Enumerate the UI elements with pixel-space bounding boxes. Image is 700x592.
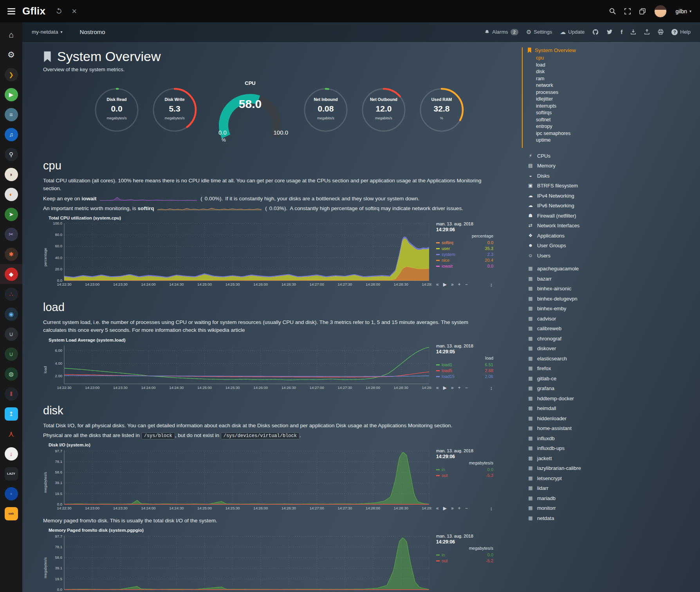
iowait-sparkline[interactable] [99, 196, 197, 201]
sidebar-subitem[interactable]: softirqs [536, 110, 620, 117]
zoom-in-button[interactable]: + [458, 385, 461, 391]
sidebar-app-item[interactable]: lidarr [527, 483, 620, 493]
sidebar-app-item[interactable]: firefox [527, 363, 620, 374]
sidebar-section-item[interactable]: ⚡ CPUs [527, 151, 620, 161]
sidebar-subitem[interactable]: cpu [536, 55, 620, 62]
legend-entry[interactable]: system 2.3 [436, 252, 493, 257]
pan-right-button[interactable]: » [451, 385, 454, 391]
sidebar-subitem[interactable]: processes [536, 89, 620, 96]
sidebar-subitem[interactable]: interrupts [536, 103, 620, 110]
sidebar-app-item[interactable]: sab [0, 504, 22, 524]
sidebar-section-item[interactable]: ▣ BTRFS filesystem [527, 181, 620, 191]
pan-right-button[interactable]: » [451, 282, 454, 288]
sidebar-app-item[interactable]: ◗ [0, 164, 22, 184]
sidebar-subitem[interactable]: entropy [536, 123, 620, 130]
close-tab-button[interactable]: × [72, 7, 77, 16]
legend-entry[interactable]: out -5.3 [436, 473, 493, 479]
import-button[interactable] [630, 29, 636, 35]
sidebar-app-item[interactable]: ▶ [0, 85, 22, 104]
refresh-tab-button[interactable] [56, 8, 62, 14]
sidebar-app-item[interactable]: ◉ [0, 304, 22, 324]
zoom-out-button[interactable]: − [465, 506, 468, 511]
net-outbound-gauge[interactable]: Net Outbound 12.0 megabits/s [360, 86, 407, 133]
sidebar-app-item[interactable]: ⚙ [0, 45, 22, 65]
sidebar-app-item[interactable]: binhex-airsonic [527, 284, 620, 294]
hamburger-menu-icon[interactable] [0, 0, 22, 22]
sidebar-section-item[interactable]: ⇄ Network Interfaces [527, 221, 620, 231]
sidebar-subitem[interactable]: uptime [536, 137, 620, 144]
disk-write-gauge[interactable]: Disk Write 5.3 megabytes/s [151, 86, 198, 133]
sidebar-app-item[interactable]: hiddenloader [527, 414, 620, 424]
play-button[interactable]: ▶ [443, 282, 447, 288]
sidebar-app-item[interactable]: ‖ [0, 384, 22, 404]
sidebar-section-item[interactable]: ☁ IPv6 Networking [527, 201, 620, 211]
server-dropdown[interactable]: my-netdata ▾ [32, 29, 63, 35]
legend-entry[interactable]: softirq 0.0 [436, 240, 493, 246]
sidebar-app-item[interactable]: apacheguacamole [527, 264, 620, 274]
sidebar-app-item[interactable]: ↥ [0, 404, 22, 424]
zoom-out-button[interactable]: − [465, 385, 468, 391]
help-button[interactable]: ? Help [671, 29, 691, 35]
sidebar-app-item[interactable]: chronograf [527, 334, 620, 344]
sidebar-section-item[interactable]: ▤ Memory [527, 161, 620, 171]
zoom-in-button[interactable]: + [458, 506, 461, 511]
sidebar-app-item[interactable]: ⋏ [0, 424, 22, 444]
sidebar-app-item[interactable]: ⚲ [0, 144, 22, 164]
sidebar-app-item[interactable]: diskover [527, 344, 620, 354]
pan-right-button[interactable]: » [451, 506, 454, 511]
sidebar-section-item[interactable]: ☺ Users [527, 251, 620, 261]
sidebar-subitem[interactable]: ram [536, 76, 620, 83]
sidebar-subitem[interactable]: disk [536, 68, 620, 76]
github-button[interactable] [592, 29, 599, 35]
sidebar-subitem[interactable]: network [536, 82, 620, 89]
used-ram-gauge[interactable]: Used RAM 32.8 % [418, 86, 465, 133]
sidebar-subitem[interactable]: softnet [536, 117, 620, 124]
sidebar-app-item[interactable]: binhex-delugevpn [527, 294, 620, 304]
sidebar-section-item[interactable]: ☻ User Groups [527, 241, 620, 251]
sidebar-app-item[interactable]: LAZY [0, 464, 22, 484]
sidebar-app-item[interactable]: ∪ [0, 324, 22, 344]
load-chart-plot[interactable]: 14:22:3014:23:0014:23:3014:24:0014:24:30… [49, 343, 432, 391]
sidebar-subitem[interactable]: idlejitter [536, 96, 620, 103]
play-button[interactable]: ▶ [443, 385, 447, 391]
fullscreen-button[interactable] [624, 8, 631, 14]
legend-entry[interactable]: load15 2.06 [436, 374, 493, 380]
legend-entry[interactable]: load5 2.68 [436, 368, 493, 374]
sidebar-app-item[interactable]: grafana [527, 383, 620, 394]
legend-entry[interactable]: nice 20.4 [436, 257, 493, 263]
disk-read-gauge[interactable]: Disk Read 0.0 megabytes/s [93, 86, 140, 133]
settings-button[interactable]: ⚙ Settings [526, 29, 552, 35]
pgpgio-chart-plot[interactable]: 14:22:3014:23:0014:23:3014:24:0014:24:30… [49, 533, 432, 592]
sidebar-app-item[interactable]: gitlab-ce [527, 374, 620, 384]
sidebar-section-item[interactable]: ❖ Applications [527, 231, 620, 241]
sidebar-app-item[interactable]: ♫ [0, 124, 22, 144]
sidebar-item-system-overview[interactable]: System Overview [527, 47, 620, 53]
play-button[interactable]: ▶ [443, 506, 447, 511]
sidebar-app-item[interactable]: jackett [527, 453, 620, 464]
sidebar-subitem[interactable]: ipc semaphores [536, 130, 620, 137]
sidebar-app-item[interactable]: calibreweb [527, 324, 620, 334]
sidebar-app-item[interactable]: ≡ [0, 104, 22, 124]
sidebar-app-item[interactable]: ∴ [0, 284, 22, 304]
sidebar-app-item[interactable]: elasticsearch [527, 354, 620, 364]
user-avatar[interactable] [654, 5, 667, 18]
sidebar-section-item[interactable]: ◒ Disks [527, 171, 620, 181]
sidebar-app-item[interactable]: lazylibrarian-calibre [527, 463, 620, 473]
sidebar-app-item[interactable]: ➤ [0, 204, 22, 224]
pan-left-button[interactable]: « [436, 506, 439, 511]
zoom-in-button[interactable]: + [458, 282, 461, 288]
legend-entry[interactable]: out -5.2 [436, 558, 493, 564]
sidebar-app-item[interactable]: cadvisor [527, 314, 620, 324]
disk-chart-plot[interactable]: 14:22:3014:23:0014:23:3014:24:0014:24:30… [49, 448, 432, 511]
export-button[interactable] [644, 29, 650, 35]
resize-handle-icon[interactable]: ↕ [490, 282, 493, 288]
sidebar-app-item[interactable]: binhex-emby [527, 304, 620, 314]
twitter-button[interactable] [606, 29, 613, 35]
sidebar-app-item[interactable]: bazarr [527, 274, 620, 284]
pan-left-button[interactable]: « [436, 385, 439, 391]
sidebar-section-item[interactable]: ☗ Firewall (netfilter) [527, 211, 620, 221]
sidebar-app-item[interactable]: letsencrypt [527, 473, 620, 484]
sidebar-app-item[interactable]: heimdall [527, 403, 620, 414]
legend-entry[interactable]: in 0.0 [436, 552, 493, 558]
alarms-button[interactable]: Alarms 2 [484, 29, 518, 35]
